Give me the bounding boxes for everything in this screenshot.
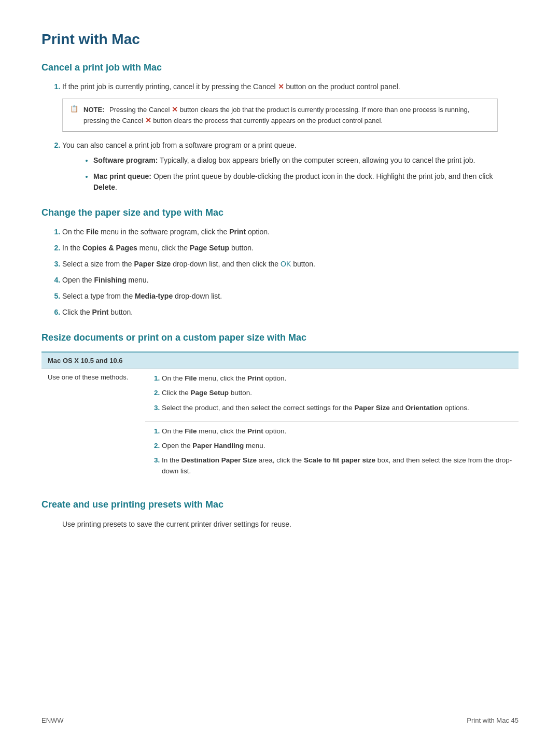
resize-step-a1: On the File menu, click the Print option… bbox=[162, 373, 512, 384]
footer-left: ENWW bbox=[41, 716, 64, 724]
section-heading-cancel: Cancel a print job with Mac bbox=[41, 62, 519, 73]
presets-intro: Use printing presets to save the current… bbox=[62, 518, 519, 530]
change-paper-step-6: Click the Print button. bbox=[62, 307, 519, 318]
section-heading-presets: Create and use printing presets with Mac bbox=[41, 499, 519, 510]
resize-step-a3: Select the product, and then select the … bbox=[162, 403, 512, 413]
cancel-x-icon: ✕ bbox=[278, 82, 284, 91]
change-paper-step-3: Select a size from the Paper Size drop-d… bbox=[62, 259, 519, 270]
resize-step-b3: In the Destination Paper Size area, clic… bbox=[162, 455, 512, 476]
resize-table-left-cell: Use one of these methods. bbox=[41, 369, 145, 485]
resize-steps-b: On the File menu, click the Print option… bbox=[162, 426, 512, 476]
cancel-steps: If the print job is currently printing, … bbox=[62, 81, 519, 92]
resize-table-steps-b: On the File menu, click the Print option… bbox=[145, 421, 519, 485]
note-text: NOTE: Pressing the Cancel ✕ button clear… bbox=[83, 104, 490, 126]
note-x-icon-2: ✕ bbox=[145, 116, 151, 124]
note-box: 📋 NOTE: Pressing the Cancel ✕ button cle… bbox=[62, 99, 498, 132]
cancel-step-2: You can also cancel a print job from a s… bbox=[62, 140, 519, 193]
resize-steps-a: On the File menu, click the Print option… bbox=[162, 373, 512, 413]
page-title: Print with Mac bbox=[41, 31, 519, 48]
change-paper-step-5: Select a type from the Media-type drop-d… bbox=[62, 291, 519, 302]
change-paper-step-2: In the Copies & Pages menu, click the Pa… bbox=[62, 243, 519, 254]
change-paper-step-4: Open the Finishing menu. bbox=[62, 275, 519, 286]
note-icon: 📋 bbox=[70, 105, 78, 113]
resize-table-steps-a: On the File menu, click the Print option… bbox=[145, 369, 519, 422]
note-label: NOTE: bbox=[83, 106, 104, 114]
note-x-icon-1: ✕ bbox=[172, 105, 178, 114]
resize-step-b1: On the File menu, click the Print option… bbox=[162, 426, 512, 437]
cancel-bullet-macqueue: Mac print queue: Open the print queue by… bbox=[93, 171, 519, 193]
cancel-step-1: If the print job is currently printing, … bbox=[62, 81, 519, 92]
resize-table-row-1: Use one of these methods. On the File me… bbox=[41, 369, 519, 422]
resize-step-a2: Click the Page Setup button. bbox=[162, 388, 512, 398]
resize-table-header-right bbox=[145, 352, 519, 369]
section-heading-resize: Resize documents or print on a custom pa… bbox=[41, 332, 519, 343]
change-paper-steps: On the File menu in the software program… bbox=[62, 227, 519, 318]
footer-right: Print with Mac 45 bbox=[467, 716, 519, 724]
section-heading-change-paper: Change the paper size and type with Mac bbox=[41, 207, 519, 218]
footer: ENWW Print with Mac 45 bbox=[41, 716, 519, 724]
resize-step-b2: Open the Paper Handling menu. bbox=[162, 441, 512, 451]
cancel-bullet-software: Software program: Typically, a dialog bo… bbox=[93, 155, 519, 166]
resize-table-header-left: Mac OS X 10.5 and 10.6 bbox=[41, 352, 145, 369]
resize-table: Mac OS X 10.5 and 10.6 Use one of these … bbox=[41, 352, 519, 485]
cancel-bullets: Software program: Typically, a dialog bo… bbox=[93, 155, 519, 193]
change-paper-step-1: On the File menu in the software program… bbox=[62, 227, 519, 237]
ok-link: OK bbox=[281, 260, 291, 268]
cancel-steps-2: You can also cancel a print job from a s… bbox=[62, 140, 519, 193]
